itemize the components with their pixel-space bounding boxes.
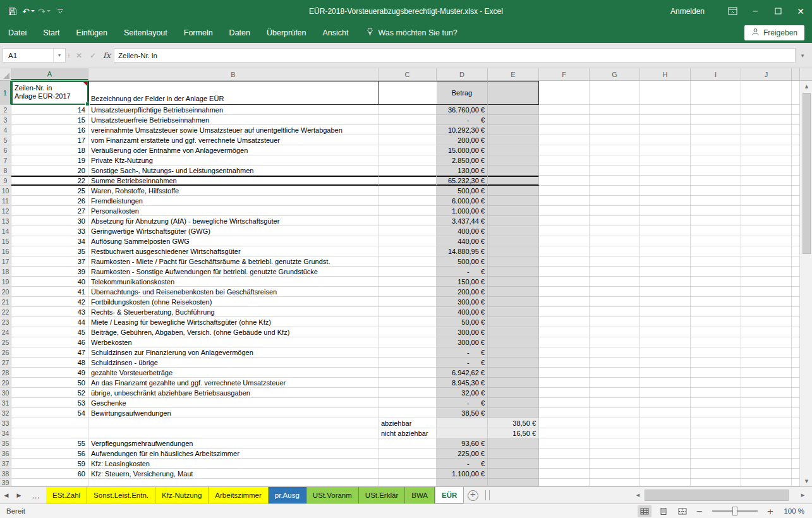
cell-I17[interactable] bbox=[691, 256, 741, 267]
cell-H10[interactable] bbox=[640, 186, 691, 196]
cell-E8[interactable] bbox=[488, 166, 539, 176]
share-button[interactable]: Freigeben bbox=[744, 25, 804, 40]
cell-A1-selected[interactable]: Zeilen-Nr. in Anlage EÜR-2017 bbox=[11, 81, 88, 105]
cell-G25[interactable] bbox=[590, 337, 640, 347]
sheet-tab-sonst-leist-entn-[interactable]: Sonst.Leist.Entn. bbox=[87, 487, 155, 503]
cell-I23[interactable] bbox=[691, 317, 741, 327]
cell-E28[interactable] bbox=[488, 368, 539, 378]
page-break-preview-icon[interactable] bbox=[676, 505, 689, 517]
cell-K8[interactable] bbox=[792, 166, 800, 176]
cell-F32[interactable] bbox=[539, 408, 590, 418]
cell-J28[interactable] bbox=[741, 368, 792, 378]
cell-G27[interactable] bbox=[590, 358, 640, 368]
row-header-35[interactable]: 35 bbox=[0, 438, 11, 449]
cell-J39[interactable] bbox=[741, 479, 792, 486]
cell-H22[interactable] bbox=[640, 307, 691, 317]
cell-K25[interactable] bbox=[792, 337, 800, 347]
cell-F27[interactable] bbox=[539, 358, 590, 368]
tell-me-search[interactable]: Was möchten Sie tun? bbox=[366, 27, 458, 38]
cell-H29[interactable] bbox=[640, 378, 691, 388]
column-header-A[interactable]: A bbox=[11, 68, 88, 80]
cell-G11[interactable] bbox=[590, 196, 640, 206]
cell-J4[interactable] bbox=[741, 125, 792, 135]
cell-H9[interactable] bbox=[640, 176, 691, 186]
sheet-tab-bwa[interactable]: BWA bbox=[405, 487, 435, 503]
cell-F5[interactable] bbox=[539, 135, 590, 145]
cell-B11[interactable]: Fremdleistungen bbox=[88, 196, 379, 206]
cell-C3[interactable] bbox=[379, 115, 437, 125]
cell-B13[interactable]: Absetzung für Abnutzung (AfA) - beweglic… bbox=[88, 216, 379, 226]
cell-J3[interactable] bbox=[741, 115, 792, 125]
cell-D9[interactable]: 65.232,30 € bbox=[437, 176, 488, 186]
cell-J15[interactable] bbox=[741, 236, 792, 246]
cell-D16[interactable]: 14.880,95 € bbox=[437, 246, 488, 256]
cancel-entry-icon[interactable]: ✕ bbox=[72, 48, 86, 63]
cell-D6[interactable]: 15.000,00 € bbox=[437, 145, 488, 155]
cell-B2[interactable]: Umsatzsteuerpflichtige Betriebseinnahmen bbox=[88, 105, 379, 115]
name-box[interactable]: A1 ▾ bbox=[3, 48, 66, 63]
row-header-17[interactable]: 17 bbox=[0, 256, 11, 267]
cell-F34[interactable] bbox=[539, 428, 590, 438]
row-header-32[interactable]: 32 bbox=[0, 408, 11, 418]
cell-I4[interactable] bbox=[691, 125, 741, 135]
cell-I36[interactable] bbox=[691, 449, 741, 459]
row-header-33[interactable]: 33 bbox=[0, 418, 11, 428]
cell-E36[interactable] bbox=[488, 449, 539, 459]
cell-G38[interactable] bbox=[590, 469, 640, 479]
cell-F25[interactable] bbox=[539, 337, 590, 347]
cell-J23[interactable] bbox=[741, 317, 792, 327]
cell-K34[interactable] bbox=[792, 428, 800, 438]
cell-E37[interactable] bbox=[488, 459, 539, 469]
cell-C30[interactable] bbox=[379, 388, 437, 398]
cell-A27[interactable]: 48 bbox=[11, 358, 88, 368]
cell-G9[interactable] bbox=[590, 176, 640, 186]
scroll-up-icon[interactable]: ▲ bbox=[801, 81, 812, 92]
sheet-nav-left-icon[interactable]: ◀ bbox=[0, 487, 13, 503]
cell-H34[interactable] bbox=[640, 428, 691, 438]
cell-C31[interactable] bbox=[379, 398, 437, 408]
column-header-I[interactable]: I bbox=[691, 68, 741, 80]
cell-I2[interactable] bbox=[691, 105, 741, 115]
cell-B15[interactable]: Auflösung Sammelposten GWG bbox=[88, 236, 379, 246]
cell-A14[interactable]: 33 bbox=[11, 226, 88, 236]
cell-F2[interactable] bbox=[539, 105, 590, 115]
cell-B33[interactable] bbox=[88, 418, 379, 428]
row-header-14[interactable]: 14 bbox=[0, 226, 11, 236]
cell-I10[interactable] bbox=[691, 186, 741, 196]
cell-F10[interactable] bbox=[539, 186, 590, 196]
cell-D27[interactable]: - € bbox=[437, 358, 488, 368]
close-button[interactable]: ✕ bbox=[789, 0, 812, 22]
cell-K28[interactable] bbox=[792, 368, 800, 378]
sheet-nav-right-icon[interactable]: ▶ bbox=[13, 487, 25, 503]
cell-G5[interactable] bbox=[590, 135, 640, 145]
cell-C22[interactable] bbox=[379, 307, 437, 317]
cell-K1[interactable] bbox=[792, 81, 800, 105]
cell-A12[interactable]: 27 bbox=[11, 206, 88, 216]
cell-A33[interactable] bbox=[11, 418, 88, 428]
cell-H30[interactable] bbox=[640, 388, 691, 398]
cell-E10[interactable] bbox=[488, 186, 539, 196]
undo-icon[interactable]: ↶ bbox=[21, 4, 36, 19]
cell-F1[interactable] bbox=[539, 81, 590, 105]
row-header-24[interactable]: 24 bbox=[0, 327, 11, 337]
cell-H2[interactable] bbox=[640, 105, 691, 115]
cell-E13[interactable] bbox=[488, 216, 539, 226]
cell-K19[interactable] bbox=[792, 277, 800, 287]
row-header-36[interactable]: 36 bbox=[0, 449, 11, 459]
cell-H20[interactable] bbox=[640, 287, 691, 297]
cell-D5[interactable]: 200,00 € bbox=[437, 135, 488, 145]
cell-I19[interactable] bbox=[691, 277, 741, 287]
cell-K2[interactable] bbox=[792, 105, 800, 115]
cell-I22[interactable] bbox=[691, 307, 741, 317]
cell-D34[interactable] bbox=[437, 428, 488, 438]
cell-D25[interactable]: 300,00 € bbox=[437, 337, 488, 347]
cell-J29[interactable] bbox=[741, 378, 792, 388]
horizontal-scrollbar-track[interactable] bbox=[643, 487, 797, 503]
cell-G30[interactable] bbox=[590, 388, 640, 398]
cell-G31[interactable] bbox=[590, 398, 640, 408]
cell-B22[interactable]: Rechts- & Steuerberatung, Buchführung bbox=[88, 307, 379, 317]
cell-B8[interactable]: Sonstige Sach-, Nutzungs- und Leistungse… bbox=[88, 166, 379, 176]
row-header-28[interactable]: 28 bbox=[0, 368, 11, 378]
cell-H27[interactable] bbox=[640, 358, 691, 368]
cell-E20[interactable] bbox=[488, 287, 539, 297]
